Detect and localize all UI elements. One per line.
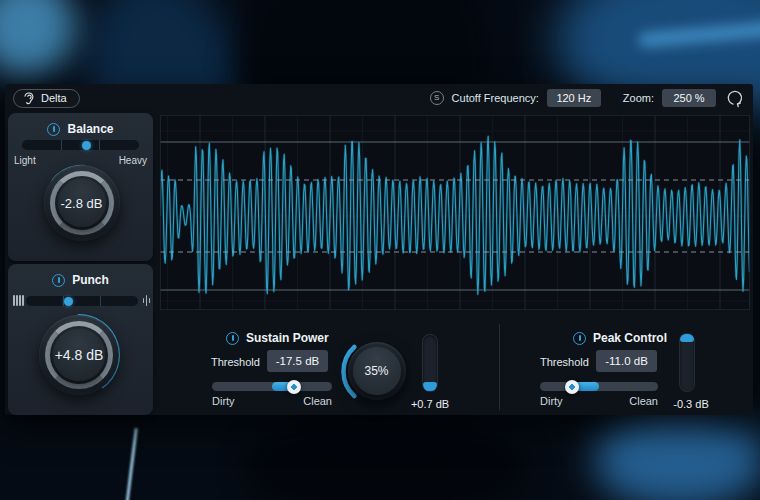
background-art — [638, 19, 760, 48]
punch-value: +4.8 dB — [55, 347, 104, 363]
peak-power-icon[interactable] — [573, 332, 586, 345]
zoom-value[interactable]: 250 % — [662, 89, 716, 107]
peak-title: Peak Control — [593, 331, 667, 345]
peak-gain-slider[interactable] — [680, 334, 694, 391]
sustain-threshold-label: Threshold — [211, 356, 260, 368]
balance-title: Balance — [67, 122, 113, 136]
slider-tick — [61, 140, 62, 150]
sustain-gain-value: +0.7 dB — [403, 398, 457, 410]
waveform-display — [160, 115, 750, 310]
peak-max-label: Clean — [629, 395, 658, 407]
rotate-icon — [725, 88, 745, 108]
sustain-title: Sustain Power — [246, 331, 329, 345]
peak-slider-handle[interactable] — [565, 380, 579, 394]
slider-tick — [100, 296, 101, 306]
punch-panel: Punch +4.8 dB — [8, 264, 153, 415]
header-controls: S Cutoff Frequency: 120 Hz Zoom: 250 % — [430, 88, 745, 109]
balance-value: -2.8 dB — [61, 196, 103, 211]
cutoff-frequency-label: Cutoff Frequency: — [452, 92, 539, 104]
bars-dense-icon — [13, 295, 24, 306]
desktop: Delta S Cutoff Frequency: 120 Hz Zoom: 2… — [0, 0, 760, 500]
waveform-svg — [160, 115, 750, 310]
cutoff-frequency-value[interactable]: 120 Hz — [547, 89, 601, 107]
delta-button[interactable]: Delta — [13, 89, 80, 108]
punch-slider-handle[interactable] — [64, 297, 73, 306]
peak-min-label: Dirty — [540, 395, 563, 407]
balance-slider[interactable] — [22, 140, 139, 150]
wave-amount-icon — [143, 295, 151, 306]
peak-gain-value: -0.3 dB — [666, 398, 716, 410]
slider-cap[interactable] — [423, 382, 437, 391]
background-art — [0, 0, 76, 76]
balance-panel: Balance Light Heavy -2.8 dB — [8, 113, 153, 261]
plugin-window: Delta S Cutoff Frequency: 120 Hz Zoom: 2… — [5, 84, 753, 415]
sustain-threshold-value[interactable]: -17.5 dB — [267, 350, 328, 372]
sidechain-badge-icon[interactable]: S — [430, 91, 444, 105]
balance-slider-handle[interactable] — [82, 141, 91, 150]
punch-power-icon[interactable] — [52, 274, 65, 287]
punch-slider[interactable] — [26, 296, 138, 306]
background-art — [595, 412, 760, 500]
reset-zoom-button[interactable] — [724, 88, 745, 109]
background-art — [125, 428, 137, 500]
sustain-knob-value: 35% — [364, 364, 388, 378]
delta-label: Delta — [41, 92, 67, 104]
balance-header: Balance — [8, 122, 153, 136]
sustain-knob[interactable]: 35% — [348, 342, 406, 400]
punch-knob[interactable]: +4.8 dB — [39, 315, 119, 395]
peak-threshold-label: Threshold — [540, 356, 589, 368]
punch-title: Punch — [72, 273, 109, 287]
sustain-min-label: Dirty — [212, 395, 235, 407]
sustain-slider-handle[interactable] — [287, 380, 301, 394]
section-divider — [499, 324, 500, 410]
zoom-label: Zoom: — [623, 92, 654, 104]
sustain-max-label: Clean — [303, 395, 332, 407]
punch-header: Punch — [8, 273, 153, 287]
peak-slider[interactable] — [540, 382, 658, 391]
sustain-power-icon[interactable] — [226, 332, 239, 345]
balance-knob[interactable]: -2.8 dB — [44, 165, 120, 241]
slider-cap[interactable] — [680, 334, 694, 342]
plugin-header: Delta S Cutoff Frequency: 120 Hz Zoom: 2… — [5, 84, 753, 112]
peak-header: Peak Control — [573, 331, 667, 345]
sustain-header: Sustain Power — [226, 331, 329, 345]
balance-power-icon[interactable] — [47, 123, 60, 136]
sustain-slider[interactable] — [212, 382, 332, 391]
sustain-gain-slider[interactable] — [423, 335, 437, 391]
ear-icon — [23, 91, 35, 105]
balance-min-label: Light — [14, 155, 36, 166]
background-art — [245, 418, 525, 500]
slider-tick — [99, 140, 100, 150]
balance-max-label: Heavy — [119, 155, 147, 166]
peak-threshold-value[interactable]: -11.0 dB — [596, 350, 657, 372]
